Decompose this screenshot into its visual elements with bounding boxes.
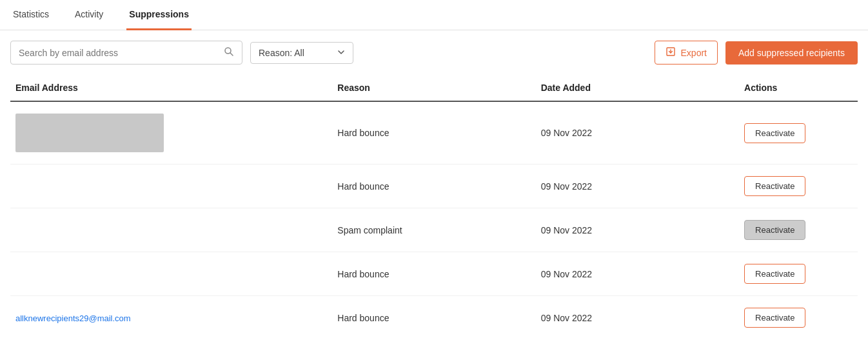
suppressions-table-container: Email Address Reason Date Added Actions … [0, 75, 868, 338]
export-button[interactable]: Export [655, 41, 718, 65]
action-cell: Reactivate [739, 296, 858, 339]
reactivate-button[interactable]: Reactivate [744, 123, 805, 143]
email-link[interactable]: allknewrecipients29@mail.com [15, 313, 131, 323]
search-input[interactable] [19, 48, 219, 58]
email-cell [10, 164, 332, 208]
date-added-cell: 09 Nov 2022 [536, 252, 739, 296]
col-header-email: Email Address [10, 75, 332, 101]
tabs-nav: Statistics Activity Suppressions [0, 0, 868, 30]
date-added-cell: 09 Nov 2022 [536, 164, 739, 208]
date-added-cell: 09 Nov 2022 [536, 101, 739, 164]
reason-dropdown-label: Reason: All [259, 48, 304, 58]
col-header-date: Date Added [536, 75, 739, 101]
action-cell: Reactivate [739, 208, 858, 252]
action-cell: Reactivate [739, 164, 858, 208]
tab-suppressions[interactable]: Suppressions [126, 0, 192, 30]
toolbar: Reason: All Export Add suppressed recipi… [0, 30, 868, 75]
table-row: Spam complaint09 Nov 2022Reactivate [10, 208, 858, 252]
reactivate-button[interactable]: Reactivate [744, 264, 805, 284]
table-row: Hard bounce09 Nov 2022Reactivate [10, 164, 858, 208]
reactivate-button[interactable]: Reactivate [744, 176, 805, 196]
tab-statistics[interactable]: Statistics [10, 0, 52, 30]
reason-cell: Spam complaint [332, 208, 535, 252]
table-header-row: Email Address Reason Date Added Actions [10, 75, 858, 101]
reactivate-button[interactable]: Reactivate [744, 308, 805, 328]
table-row: Hard bounce09 Nov 2022Reactivate [10, 101, 858, 164]
email-cell: allknewrecipients29@mail.com [10, 296, 332, 339]
table-row: allknewrecipients29@mail.comHard bounce0… [10, 296, 858, 339]
reason-cell: Hard bounce [332, 296, 535, 339]
reason-dropdown[interactable]: Reason: All [250, 42, 353, 64]
search-box[interactable] [10, 41, 242, 65]
suppressions-table: Email Address Reason Date Added Actions … [10, 75, 858, 338]
reason-cell: Hard bounce [332, 252, 535, 296]
email-cell [10, 101, 332, 164]
chevron-down-icon [337, 48, 345, 58]
date-added-cell: 09 Nov 2022 [536, 296, 739, 339]
date-added-cell: 09 Nov 2022 [536, 208, 739, 252]
action-cell: Reactivate [739, 101, 858, 164]
export-icon [666, 46, 676, 59]
action-cell: Reactivate [739, 252, 858, 296]
email-cell [10, 208, 332, 252]
email-cell [10, 252, 332, 296]
reactivate-button[interactable]: Reactivate [744, 220, 805, 240]
export-label: Export [681, 48, 707, 58]
add-suppressed-button[interactable]: Add suppressed recipients [725, 41, 858, 65]
reason-cell: Hard bounce [332, 101, 535, 164]
col-header-reason: Reason [332, 75, 535, 101]
tab-activity[interactable]: Activity [72, 0, 106, 30]
blurred-email-block [15, 114, 164, 152]
table-row: Hard bounce09 Nov 2022Reactivate [10, 252, 858, 296]
svg-line-1 [230, 53, 233, 55]
col-header-actions: Actions [739, 75, 858, 101]
search-icon [224, 46, 234, 59]
reason-cell: Hard bounce [332, 164, 535, 208]
